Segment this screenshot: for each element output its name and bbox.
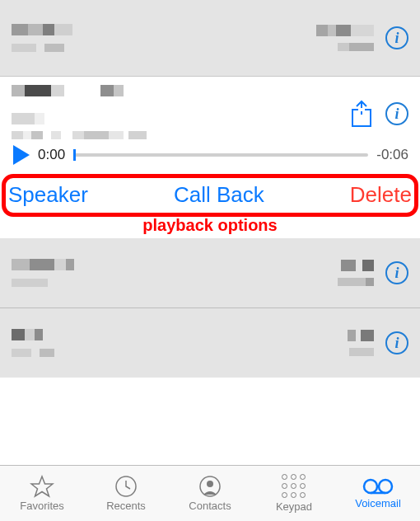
tab-recents[interactable]: Recents	[84, 466, 168, 521]
svg-rect-1	[358, 108, 365, 111]
voicemail-row-content	[12, 24, 316, 52]
delete-button[interactable]: Delete	[350, 182, 412, 208]
redacted-sub	[12, 113, 349, 124]
voicemail-row[interactable]: i	[0, 0, 420, 76]
tab-label: Voicemail	[355, 497, 401, 509]
remaining-time: -0:06	[376, 147, 408, 163]
svg-point-5	[364, 480, 377, 493]
playback-bar: 0:00 -0:06	[0, 143, 420, 174]
tab-contacts[interactable]: Contacts	[168, 466, 252, 521]
info-icon[interactable]: i	[385, 26, 408, 49]
voicemail-icon	[362, 477, 394, 495]
speaker-button[interactable]: Speaker	[8, 182, 88, 208]
clock-icon	[114, 475, 138, 498]
redacted-caller	[12, 259, 338, 270]
voicemail-row-content	[12, 259, 338, 287]
info-icon[interactable]: i	[385, 102, 408, 125]
redacted-caller	[12, 329, 348, 340]
current-time: 0:00	[38, 147, 65, 163]
keypad-icon	[282, 474, 306, 499]
scrubber-handle[interactable]	[73, 149, 76, 161]
scrubber[interactable]	[73, 153, 368, 157]
annotation-label: playback options	[3, 216, 417, 235]
tab-label: Contacts	[189, 500, 231, 512]
redacted-sub	[12, 44, 316, 52]
play-button[interactable]	[12, 144, 30, 166]
tab-bar: Favorites Recents Contacts Keypad Voicem…	[0, 465, 420, 521]
redacted-sub	[12, 349, 348, 357]
tab-keypad[interactable]: Keypad	[252, 466, 336, 521]
voicemail-row[interactable]: i	[0, 308, 420, 378]
tab-label: Recents	[106, 500, 146, 512]
tab-favorites[interactable]: Favorites	[0, 466, 84, 521]
info-icon[interactable]: i	[385, 331, 408, 354]
redacted-sub	[12, 279, 338, 287]
redacted-sub2	[12, 131, 349, 139]
voicemail-row[interactable]: i	[0, 238, 420, 307]
redacted-meta	[348, 330, 374, 356]
svg-point-6	[379, 480, 392, 493]
star-icon	[30, 475, 54, 498]
voicemail-row-content	[12, 85, 349, 139]
contact-icon	[198, 475, 222, 498]
redacted-meta	[338, 260, 374, 286]
call-back-button[interactable]: Call Back	[174, 182, 264, 208]
redacted-caller	[12, 85, 349, 96]
voicemail-row-expanded[interactable]: i	[0, 77, 420, 143]
svg-point-4	[207, 481, 213, 487]
redacted-caller	[12, 24, 316, 35]
tab-label: Favorites	[20, 500, 63, 512]
playback-actions: Speaker Call Back Delete playback option…	[0, 174, 420, 238]
redacted-meta	[316, 25, 374, 51]
share-icon[interactable]	[349, 100, 374, 128]
info-icon[interactable]: i	[385, 261, 408, 284]
tab-voicemail[interactable]: Voicemail	[336, 466, 420, 521]
tab-label: Keypad	[276, 500, 312, 513]
voicemail-row-content	[12, 329, 348, 357]
